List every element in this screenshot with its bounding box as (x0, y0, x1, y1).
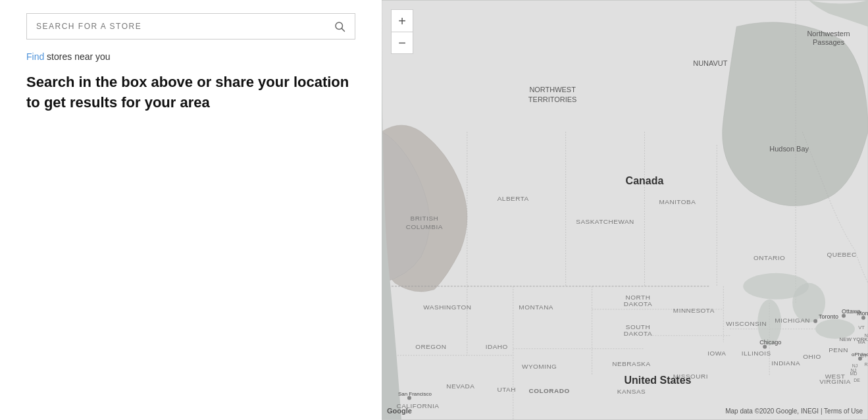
mt-label: MONTANA (519, 303, 553, 311)
ct-label: CT (861, 354, 867, 358)
find-link[interactable]: Find (26, 51, 44, 62)
hudson-bay-label: Hudson Bay (769, 145, 809, 153)
left-panel: Find stores near you Search in the box a… (0, 0, 382, 420)
map-attribution: Map data ©2020 Google, INEGI | Terms of … (725, 407, 863, 415)
find-stores-text: Find stores near you (26, 51, 355, 62)
nwt-label: NORTHWEST (529, 86, 576, 93)
map-svg: NUNAVUT NORTHWEST TERRITORIES Northweste… (382, 0, 868, 420)
montreal-label: Montreal (857, 310, 868, 317)
map-controls: + − (391, 9, 413, 54)
sask-label: SASKATCHEWAN (576, 218, 634, 225)
nw-passages-label2: Passages (813, 38, 845, 46)
chicago-label: Chicago (759, 339, 781, 346)
search-container (26, 13, 355, 39)
vt-label: VT (858, 325, 865, 330)
toronto-dot (813, 319, 817, 323)
id-label: IDAHO (486, 343, 508, 350)
wv-label2: VIRGINIA (819, 378, 851, 385)
sf-label: San Francisco (398, 391, 432, 397)
canada-label: Canada (626, 175, 664, 186)
manitoba-label: MANITOBA (659, 198, 696, 205)
us-label: United States (624, 375, 691, 386)
il-label: ILLINOIS (742, 350, 771, 357)
nunavut-label: NUNAVUT (693, 59, 728, 67)
oh-label: OHIO (803, 353, 821, 360)
wy-label: WYOMING (522, 363, 557, 370)
quebec-label: QUEBEC (827, 251, 856, 258)
nv-label: NEVADA (446, 382, 474, 390)
ks-label: KANSAS (617, 388, 646, 395)
svg-line-1 (342, 28, 344, 31)
co-label: COLORADO (529, 387, 570, 394)
bc-label2: COLUMBIA (406, 223, 443, 230)
nwt-label2: TERRITORIES (528, 95, 577, 103)
or-label: OREGON (415, 343, 446, 350)
ne-label: NEBRASKA (612, 360, 650, 367)
nw-passages-label: Northwestern (807, 30, 850, 38)
ut-label: UTAH (498, 386, 516, 393)
ontario-label: ONTARIO (753, 254, 785, 261)
in-label: INDIANA (771, 359, 800, 367)
main-message: Search in the box above or share your lo… (26, 72, 355, 113)
ny-label: NEW YORK (839, 336, 868, 342)
sd-label2: DAKOTA (624, 330, 652, 337)
map-container: NUNAVUT NORTHWEST TERRITORIES Northweste… (382, 0, 868, 420)
nj-label: NJ (852, 363, 858, 368)
google-logo: Google (387, 407, 412, 415)
search-button[interactable] (334, 20, 345, 32)
de2-label: NJ (851, 368, 857, 373)
mn-label: MINNESOTA (673, 307, 715, 314)
mi-label: MICHIGAN (775, 317, 810, 324)
zoom-out-button[interactable]: − (391, 32, 413, 54)
ia-label: IOWA (707, 350, 726, 357)
pa-label: PENN (829, 346, 848, 354)
search-input[interactable] (36, 22, 334, 31)
zoom-in-button[interactable]: + (391, 9, 413, 32)
wi-label: WISCONSIN (726, 320, 767, 327)
nd-label2: DAKOTA (624, 300, 652, 307)
alberta-label: ALBERTA (498, 195, 529, 202)
ri-label: RI (865, 362, 868, 367)
bc-label: BRITISH (410, 215, 438, 222)
search-icon (334, 20, 345, 32)
toronto-label: Toronto (819, 313, 838, 320)
de-label: DE (854, 378, 860, 382)
wa-label: WASHINGTON (423, 303, 471, 311)
